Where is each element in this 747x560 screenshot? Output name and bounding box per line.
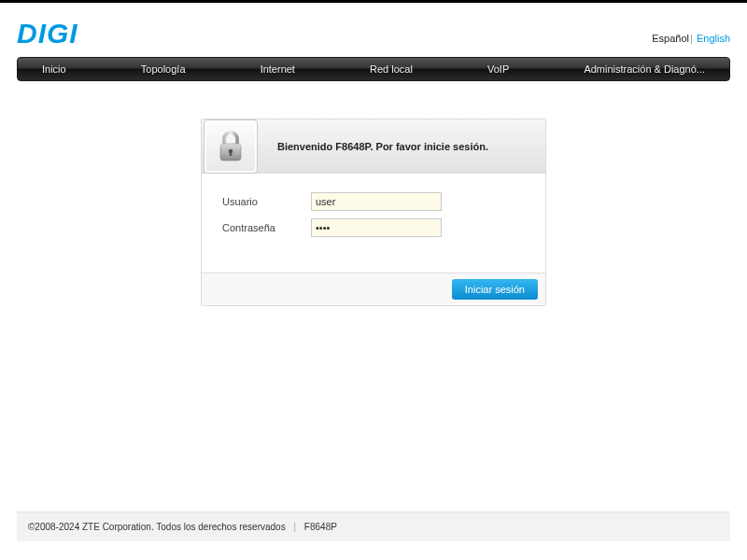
footer-model: F8648P: [304, 522, 337, 532]
header: DIGI Español| English: [17, 3, 730, 57]
login-actions: Iniciar sesión: [202, 273, 545, 305]
footer-separator: |: [293, 522, 296, 532]
password-row: Contraseña: [222, 218, 545, 237]
language-selector: Español| English: [652, 33, 730, 48]
nav-bar: Inicio Topología Internet Red local VoIP…: [17, 57, 730, 81]
login-panel: Bienvenido F8648P. Por favor inicie sesi…: [201, 119, 546, 306]
nav-item-voip[interactable]: VoIP: [469, 58, 528, 80]
login-form: Usuario Contraseña: [202, 174, 545, 273]
password-label: Contraseña: [222, 222, 311, 233]
footer: ©2008-2024 ZTE Corporation. Todos los de…: [17, 511, 730, 541]
login-button[interactable]: Iniciar sesión: [452, 279, 538, 300]
nav-item-topologia[interactable]: Topología: [122, 58, 204, 80]
password-input[interactable]: [311, 218, 442, 237]
footer-copyright: ©2008-2024 ZTE Corporation. Todos los de…: [28, 522, 286, 532]
nav-item-redlocal[interactable]: Red local: [351, 58, 431, 80]
username-input[interactable]: [311, 192, 442, 211]
nav-item-admin[interactable]: Administración & Diagnó...: [565, 58, 724, 80]
lang-spanish[interactable]: Español: [652, 33, 689, 44]
login-welcome-text: Bienvenido F8648P. Por favor inicie sesi…: [258, 141, 545, 152]
lang-english[interactable]: English: [697, 33, 730, 44]
lock-icon: [204, 119, 258, 174]
svg-rect-1: [220, 144, 241, 147]
username-label: Usuario: [222, 196, 311, 207]
nav-item-internet[interactable]: Internet: [242, 58, 314, 80]
lang-separator: |: [690, 33, 693, 44]
brand-logo: DIGI: [17, 20, 78, 48]
nav-item-inicio[interactable]: Inicio: [23, 58, 85, 80]
login-panel-header: Bienvenido F8648P. Por favor inicie sesi…: [202, 119, 545, 174]
svg-rect-3: [230, 151, 232, 156]
username-row: Usuario: [222, 192, 545, 211]
